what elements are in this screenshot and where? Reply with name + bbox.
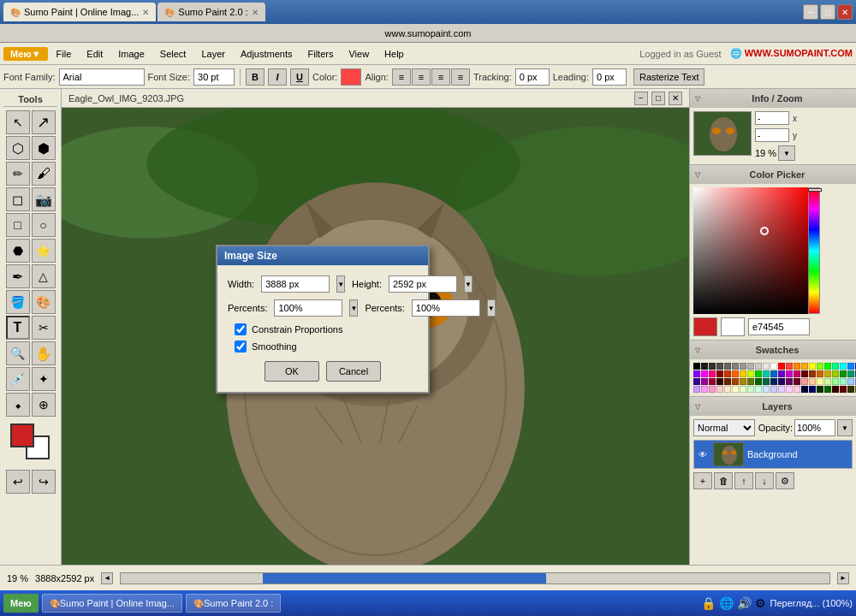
swatch-8[interactable] (755, 363, 762, 370)
eraser-tool[interactable]: ◻ (6, 187, 30, 211)
swatch-16[interactable] (817, 363, 823, 370)
color-gradient-container[interactable] (693, 187, 820, 314)
swatch-36[interactable] (801, 370, 808, 377)
undo-button[interactable]: ↩ (6, 470, 30, 494)
layers-header[interactable]: ▽ Layers (690, 397, 856, 416)
align-center-button[interactable]: ≡ (412, 68, 431, 86)
swatch-77[interactable] (778, 386, 785, 393)
swatch-82[interactable] (817, 386, 823, 393)
swatch-22[interactable] (693, 370, 700, 377)
canvas-zoom-out[interactable]: − (634, 92, 648, 105)
brush-tool[interactable]: 🖌 (32, 162, 56, 186)
tracking-input[interactable] (515, 68, 550, 86)
swatch-3[interactable] (716, 363, 723, 370)
menu-logo[interactable]: Мею▼ (3, 47, 48, 61)
bold-button[interactable]: B (246, 68, 265, 86)
swatch-52[interactable] (755, 378, 762, 385)
text-tool[interactable]: T (6, 316, 30, 340)
swatch-14[interactable] (801, 363, 808, 370)
select-tool[interactable]: ↖ (6, 110, 30, 134)
swatch-46[interactable] (709, 378, 716, 385)
swatch-17[interactable] (824, 363, 831, 370)
swatch-74[interactable] (755, 386, 762, 393)
swatch-30[interactable] (755, 370, 762, 377)
swatch-79[interactable] (794, 386, 800, 393)
swatch-73[interactable] (747, 386, 754, 393)
swatch-15[interactable] (809, 363, 816, 370)
hand-tool[interactable]: ✋ (32, 341, 56, 365)
swatch-13[interactable] (794, 363, 800, 370)
swatch-41[interactable] (840, 370, 847, 377)
ok-button[interactable]: OK (265, 361, 319, 382)
start-button[interactable]: Мею (3, 594, 39, 613)
eyedropper-tool[interactable]: 💉 (6, 367, 30, 391)
smoothing-checkbox[interactable] (235, 341, 247, 352)
polygon-tool[interactable]: ⬣ (6, 239, 30, 263)
swatch-42[interactable] (847, 370, 854, 377)
swatch-72[interactable] (740, 386, 746, 393)
swatch-38[interactable] (817, 370, 823, 377)
redo-button[interactable]: ↪ (32, 470, 56, 494)
taskbar-icon3[interactable]: 🔊 (737, 596, 752, 610)
swatch-57[interactable] (794, 378, 800, 385)
smudge-tool[interactable]: ⊕ (32, 393, 56, 417)
scrollbar-thumb[interactable] (263, 573, 546, 583)
taskbar-btn2[interactable]: 🎨 Sumo Paint 2.0 : (186, 594, 281, 613)
swatch-34[interactable] (786, 370, 793, 377)
menu-view[interactable]: View (342, 47, 376, 61)
swatch-62[interactable] (832, 378, 839, 385)
swatch-31[interactable] (763, 370, 770, 377)
swatch-0[interactable] (693, 363, 700, 370)
pencil-tool[interactable]: ✏ (6, 162, 30, 186)
swatch-1[interactable] (701, 363, 708, 370)
hue-slider[interactable] (808, 187, 820, 314)
swatch-66[interactable] (693, 386, 700, 393)
tab-sumopaint2[interactable]: 🎨 Sumo Paint 2.0 : ✕ (158, 3, 265, 21)
swatch-84[interactable] (832, 386, 839, 393)
swatch-27[interactable] (732, 370, 739, 377)
swatch-44[interactable] (693, 378, 700, 385)
canvas-zoom-fit[interactable]: □ (651, 92, 665, 105)
swatch-54[interactable] (770, 378, 777, 385)
tab2-close[interactable]: ✕ (252, 8, 259, 17)
menu-filters[interactable]: Filters (300, 47, 340, 61)
swatch-50[interactable] (740, 378, 746, 385)
swatch-24[interactable] (709, 370, 716, 377)
swatch-4[interactable] (724, 363, 731, 370)
font-family-input[interactable] (59, 68, 145, 86)
swatch-76[interactable] (770, 386, 777, 393)
close-button[interactable]: ✕ (837, 4, 853, 20)
swatch-25[interactable] (716, 370, 723, 377)
swatch-18[interactable] (832, 363, 839, 370)
swatch-5[interactable] (732, 363, 739, 370)
new-color-swatch[interactable] (721, 317, 745, 336)
swatch-19[interactable] (840, 363, 847, 370)
swatch-83[interactable] (824, 386, 831, 393)
cancel-button[interactable]: Cancel (326, 361, 381, 382)
taskbar-icon2[interactable]: 🌐 (719, 596, 734, 610)
swatch-6[interactable] (740, 363, 746, 370)
tab1-close[interactable]: ✕ (142, 8, 149, 17)
swatch-81[interactable] (809, 386, 816, 393)
info-zoom-header[interactable]: ▽ Info / Zoom (690, 89, 856, 108)
swatch-9[interactable] (763, 363, 770, 370)
y-coord-input[interactable] (755, 128, 789, 142)
magic-wand-tool[interactable]: ⬢ (32, 136, 56, 160)
swatch-26[interactable] (724, 370, 731, 377)
move-down-button[interactable]: ↓ (755, 472, 774, 489)
opacity-input[interactable] (794, 419, 835, 436)
star-tool[interactable]: ⭐ (32, 239, 56, 263)
swatch-45[interactable] (701, 378, 708, 385)
swatch-86[interactable] (847, 386, 854, 393)
paint-bucket-tool[interactable]: 🪣 (6, 290, 30, 314)
layer-visibility-button[interactable]: 👁 (696, 447, 710, 461)
maximize-button[interactable]: □ (820, 4, 835, 20)
color-swatch[interactable] (341, 68, 361, 86)
taskbar-btn1[interactable]: 🎨 Sumo Paint | Online Imag... (42, 594, 182, 613)
height-unit-button[interactable]: ▼ (464, 275, 473, 293)
zoom-tool[interactable]: 🔍 (6, 341, 30, 365)
align-justify-button[interactable]: ≡ (451, 68, 470, 86)
heal-tool[interactable]: ✦ (32, 367, 56, 391)
swatch-70[interactable] (724, 386, 731, 393)
lasso-tool[interactable]: ⬡ (6, 136, 30, 160)
